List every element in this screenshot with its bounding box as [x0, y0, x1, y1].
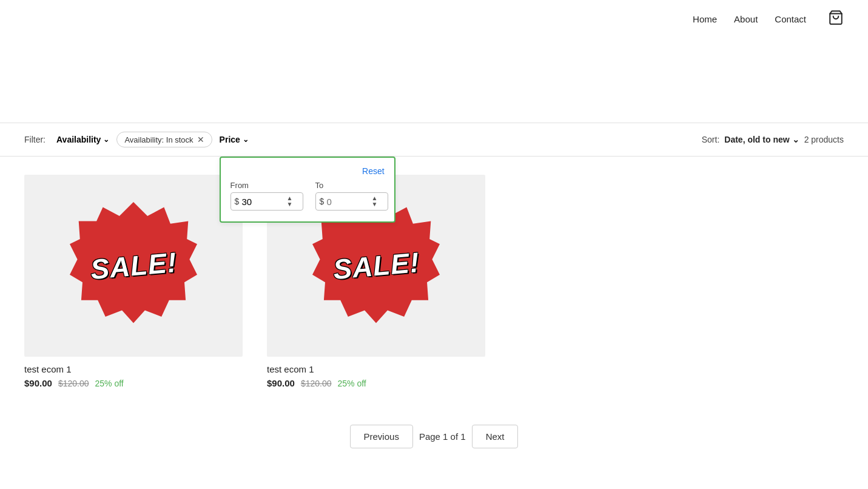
- product-image-1: SALE!: [24, 175, 243, 357]
- product-count: 2 products: [804, 135, 844, 144]
- sort-section: Sort: Date, old to new ⌄ 2 products: [702, 135, 844, 144]
- product-price-original-2: $120.00: [301, 379, 332, 388]
- products-section: SALE! test ecom 1 $90.00 $120.00 25% off…: [0, 157, 868, 406]
- to-currency-symbol: $: [320, 197, 325, 206]
- page-info: Page 1 of 1: [419, 431, 466, 442]
- from-currency-symbol: $: [235, 197, 240, 206]
- product-price-current-1: $90.00: [24, 378, 52, 388]
- price-dropdown: Reset From $ ▲ ▼ To: [220, 157, 395, 223]
- price-from-input[interactable]: [241, 197, 284, 207]
- remove-filter-icon[interactable]: ✕: [197, 135, 204, 144]
- product-name-2: test ecom 1: [267, 364, 485, 374]
- to-spin-down[interactable]: ▼: [371, 201, 377, 207]
- availability-tag-label: Availability: In stock: [124, 135, 193, 144]
- availability-active-tag[interactable]: Availability: In stock ✕: [116, 132, 212, 147]
- product-name-1: test ecom 1: [24, 364, 243, 374]
- sort-value-button[interactable]: Date, old to new ⌄: [724, 135, 799, 144]
- from-spinner: ▲ ▼: [286, 195, 292, 207]
- availability-filter-button[interactable]: Availability ⌄: [56, 135, 109, 144]
- price-range-row: From $ ▲ ▼ To $: [230, 181, 385, 211]
- product-card[interactable]: SALE! test ecom 1 $90.00 $120.00 25% off: [24, 175, 243, 388]
- availability-chevron-icon: ⌄: [103, 135, 109, 144]
- price-to-group: To $ ▲ ▼: [315, 181, 388, 211]
- product-discount-2: 25% off: [338, 379, 366, 388]
- price-to-input[interactable]: [326, 197, 369, 207]
- price-dropdown-header: Reset: [230, 166, 385, 176]
- cart-button[interactable]: [828, 10, 844, 28]
- price-chevron-icon: ⌄: [243, 135, 249, 144]
- header: Home About Contact: [0, 0, 868, 38]
- previous-button[interactable]: Previous: [350, 425, 413, 448]
- product-price-original-1: $120.00: [58, 379, 89, 388]
- price-to-input-wrap: $ ▲ ▼: [315, 192, 388, 211]
- product-price-current-2: $90.00: [267, 378, 295, 388]
- price-filter-label: Price: [220, 135, 240, 144]
- next-button[interactable]: Next: [472, 425, 519, 448]
- availability-filter-label: Availability: [56, 135, 101, 144]
- sale-text-1: SALE!: [89, 246, 178, 286]
- to-spinner: ▲ ▼: [371, 195, 377, 207]
- price-filter-button[interactable]: Price ⌄: [220, 135, 249, 144]
- hero-area: [0, 38, 868, 123]
- sort-chevron-icon: ⌄: [792, 135, 799, 144]
- filter-bar: Filter: Availability ⌄ Availability: In …: [0, 123, 868, 157]
- price-filter-wrap: Price ⌄ Reset From $ ▲ ▼: [220, 135, 249, 144]
- nav-contact[interactable]: Contact: [775, 14, 806, 24]
- product-pricing-1: $90.00 $120.00 25% off: [24, 378, 243, 388]
- price-from-group: From $ ▲ ▼: [230, 181, 303, 211]
- sort-label: Sort:: [702, 135, 720, 144]
- nav-home[interactable]: Home: [693, 14, 717, 24]
- sale-starburst-1: SALE!: [70, 202, 197, 329]
- products-grid: SALE! test ecom 1 $90.00 $120.00 25% off…: [24, 175, 844, 388]
- filter-label: Filter:: [24, 135, 45, 144]
- sale-text-2: SALE!: [331, 246, 420, 286]
- price-to-label: To: [315, 181, 388, 190]
- main-nav: Home About Contact: [693, 10, 844, 28]
- price-from-input-wrap: $ ▲ ▼: [230, 192, 303, 211]
- product-discount-1: 25% off: [95, 379, 124, 388]
- nav-about[interactable]: About: [734, 14, 758, 24]
- sale-badge-1: SALE!: [67, 199, 200, 332]
- price-reset-link[interactable]: Reset: [362, 166, 385, 176]
- from-spin-down[interactable]: ▼: [286, 201, 292, 207]
- sort-value-text: Date, old to new: [724, 135, 789, 144]
- price-from-label: From: [230, 181, 303, 190]
- product-pricing-2: $90.00 $120.00 25% off: [267, 378, 485, 388]
- pagination: Previous Page 1 of 1 Next: [0, 406, 868, 479]
